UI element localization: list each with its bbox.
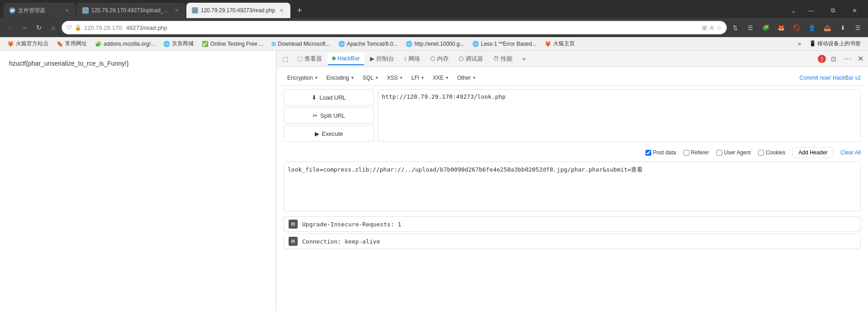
lfi-arrow: ▼	[421, 76, 425, 80]
reading-list-icon[interactable]: ☰	[744, 21, 757, 34]
pocket-icon[interactable]: 📤	[821, 21, 834, 34]
blocked-icon[interactable]: 🚫	[790, 21, 803, 34]
sql-arrow: ▼	[375, 76, 379, 80]
tab-debugger[interactable]: ⬡ 调试器	[454, 53, 488, 65]
translate-icon[interactable]: A	[710, 24, 714, 31]
post-data-checkbox[interactable]	[645, 150, 651, 156]
devtools-more-button[interactable]: ⋯	[841, 53, 854, 65]
reload-button[interactable]: ↻	[33, 21, 45, 34]
forward-button[interactable]: →	[18, 21, 31, 34]
download-icon[interactable]: ⬇	[836, 21, 849, 34]
tab-bar: 📁 文件管理器 ✕ 🌐 120.79.29.170:49273/upload_f…	[0, 0, 868, 18]
cookies-label: Cookies	[766, 149, 785, 156]
bookmark-icon-9: 🦊	[545, 41, 551, 47]
error-badge[interactable]: 2	[818, 55, 826, 63]
responsive-design-button[interactable]: ⊡	[827, 52, 840, 66]
menu-sql[interactable]: SQL ▼	[359, 73, 383, 82]
debugger-icon: ⬡	[459, 55, 464, 62]
nav-bar: ← → ↻ ⌂ 🛡 🔒 120.79.29.170: 49273/read.ph…	[0, 18, 868, 37]
profile-icon[interactable]: 👤	[806, 21, 818, 34]
referer-option[interactable]: Referer	[683, 149, 709, 156]
bookmark-icon-8: 🌐	[472, 41, 479, 47]
menu-other[interactable]: Other ▼	[454, 73, 480, 82]
tab-close-1[interactable]: ✕	[63, 7, 71, 14]
tab-network[interactable]: ↕ 网络	[399, 53, 425, 65]
clear-all-button[interactable]: Clear All	[840, 149, 861, 156]
headers-section: H Upgrade-Insecure-Requests: 1 H Connect…	[280, 216, 864, 249]
home-button[interactable]: ⌂	[47, 21, 60, 34]
cookies-checkbox[interactable]	[758, 150, 764, 156]
bookmark-star-icon[interactable]: ☆	[716, 24, 722, 31]
bookmark-firefox-official[interactable]: 🦊 火狐官方站点	[4, 39, 52, 48]
devtools-close-button[interactable]: ✕	[855, 53, 866, 65]
tab-file-manager[interactable]: 📁 文件管理器 ✕	[4, 3, 76, 18]
bookmark-common-urls[interactable]: 🔖 常用网址	[53, 39, 90, 48]
memory-label: 内存	[437, 55, 449, 63]
split-url-button[interactable]: ✂ Split URL	[284, 107, 374, 124]
tab-console[interactable]: ▶ 控制台	[365, 53, 398, 65]
bookmark-icon-1: 🔖	[57, 41, 63, 47]
restore-button[interactable]: ⧉	[823, 3, 843, 18]
back-button[interactable]: ←	[4, 21, 16, 34]
bookmark-enet[interactable]: 🌐 http://enet.10000.g...	[402, 40, 468, 48]
bookmark-mobile[interactable]: 📱 移动设备上的书签	[806, 39, 864, 48]
bookmark-jd[interactable]: 🌐 京东商城	[160, 39, 197, 48]
network-icon: ↕	[404, 55, 407, 62]
lfi-label: LFI	[411, 75, 419, 81]
bookmark-label-7: http://enet.10000.g...	[414, 41, 464, 47]
minimize-button[interactable]: —	[801, 3, 821, 18]
load-url-button[interactable]: ⬇ Load URL	[284, 89, 374, 105]
tab-hackbar[interactable]: HackBar	[327, 53, 365, 65]
bookmark-online-testing[interactable]: ✅ Online Testing Free ...	[198, 40, 267, 48]
tab-more[interactable]: »	[518, 53, 530, 65]
post-data-section	[280, 162, 864, 216]
tab-close-2[interactable]: ✕	[173, 7, 180, 14]
firefox-account-icon[interactable]: 🦊	[775, 21, 787, 34]
version-label: HackBar v2	[833, 75, 861, 81]
inspector-picker-button[interactable]: ⬚	[278, 52, 292, 66]
page-text: hzuctf{phar_unserialize_to_rce_is_Funny!…	[9, 60, 267, 67]
post-data-option[interactable]: Post data	[645, 149, 676, 156]
bookmark-tomcat[interactable]: 🌐 Apache Tomcat/8.0...	[335, 40, 402, 48]
bookmark-label-5: Download Microsoft...	[278, 41, 330, 47]
user-agent-checkbox[interactable]	[716, 150, 722, 156]
tab-performance[interactable]: ⏱ 性能	[489, 53, 517, 65]
tab-favicon-3: 🌐	[192, 7, 198, 14]
url-input[interactable]	[378, 89, 861, 142]
execute-icon: ▶	[315, 130, 319, 137]
tab-read-php[interactable]: 🌐 120.79.29.170:49273/read.php ✕	[186, 3, 290, 18]
bookmark-firefox-home[interactable]: 🦊 火狐主页	[541, 39, 579, 48]
menu-encryption[interactable]: Encryption ▼	[284, 73, 322, 82]
menu-xxe[interactable]: XXE ▼	[429, 73, 453, 82]
tab-close-3[interactable]: ✕	[278, 7, 285, 14]
new-tab-button[interactable]: +	[293, 4, 306, 17]
execute-button[interactable]: ▶ Execute	[284, 125, 374, 142]
bookmark-microsoft[interactable]: ⊞ Download Microsoft...	[268, 40, 333, 48]
menu-encoding[interactable]: Encoding ▼	[323, 73, 358, 82]
load-url-icon: ⬇	[312, 94, 317, 101]
sync-icon[interactable]: ⇅	[729, 21, 741, 34]
extensions-icon[interactable]: 🧩	[759, 21, 772, 34]
sql-label: SQL	[363, 75, 374, 81]
tab-list-button[interactable]: ⌄	[787, 5, 799, 16]
window-controls: ⌄ — ⧉ ✕	[787, 3, 864, 18]
user-agent-option[interactable]: User Agent	[716, 149, 751, 156]
add-header-button[interactable]: Add Header	[792, 147, 833, 158]
tab-upload[interactable]: 🌐 120.79.29.170:49273/upload_file... ✕	[77, 3, 185, 18]
address-bar[interactable]: 🛡 🔒 120.79.29.170: 49273/read.php ⊞ A ☆	[62, 21, 727, 34]
menu-xss[interactable]: XSS ▼	[384, 73, 407, 82]
bookmarks-more-button[interactable]: »	[794, 40, 805, 48]
tab-memory[interactable]: ⬡ 内存	[426, 53, 453, 65]
menu-lfi[interactable]: LFI ▼	[408, 73, 428, 82]
menu-button[interactable]: ☰	[852, 21, 864, 34]
reader-icon[interactable]: ⊞	[702, 24, 707, 31]
referer-checkbox[interactable]	[683, 150, 689, 156]
cookies-option[interactable]: Cookies	[758, 149, 785, 156]
bookmark-addons[interactable]: 🧩 addons.mozilla.org/...	[91, 40, 159, 48]
tab-inspector[interactable]: ⬚ 查看器	[293, 53, 327, 65]
options-row: Post data Referer User Agent Cookies Add…	[280, 145, 864, 162]
commit-button[interactable]: Commit now! HackBar v2	[800, 75, 861, 81]
bookmark-less1[interactable]: 🌐 Less-1 **Error Based...	[469, 40, 540, 48]
window-close-button[interactable]: ✕	[844, 3, 864, 18]
post-data-input[interactable]	[284, 162, 861, 211]
